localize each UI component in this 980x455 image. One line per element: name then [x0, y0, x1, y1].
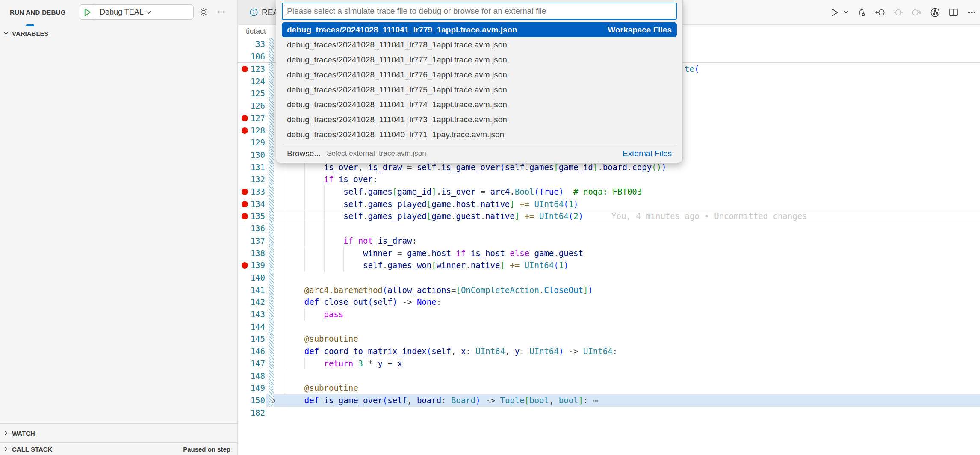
modified-lines-gutter: [269, 321, 274, 333]
line-number[interactable]: 106: [238, 50, 265, 63]
line-number[interactable]: 125: [238, 87, 265, 100]
quickpick-item-label: debug_traces/20241028_111041_lr774_1appl…: [287, 100, 507, 109]
start-debug-button[interactable]: [79, 5, 95, 19]
quickpick-input[interactable]: [282, 3, 677, 20]
quickpick-item[interactable]: debug_traces/20241028_111041_lr776_1appl…: [282, 67, 677, 82]
line-number[interactable]: 147: [238, 358, 265, 370]
sidebar-title: RUN AND DEBUG: [10, 9, 66, 16]
line-number[interactable]: 135: [238, 210, 265, 222]
call-stack-status: Paused on step: [183, 446, 230, 453]
code-line-135[interactable]: 135 self.games_played[game.guest.native]…: [238, 210, 980, 222]
modified-lines-gutter: [269, 370, 274, 382]
modified-lines-gutter: [269, 186, 274, 198]
line-number[interactable]: 124: [238, 75, 265, 88]
run-icon[interactable]: [829, 7, 840, 18]
code-line-140[interactable]: 140: [238, 272, 980, 284]
gear-icon[interactable]: [198, 6, 209, 18]
code-text: pass: [285, 308, 343, 321]
line-number[interactable]: 128: [238, 124, 265, 137]
line-number[interactable]: 182: [238, 407, 265, 419]
rerun-loop-icon[interactable]: [856, 7, 867, 18]
fold-chevron-icon[interactable]: ›: [272, 394, 275, 407]
code-line-146[interactable]: 146 def coord_to_matrix_index(self, x: U…: [238, 345, 980, 358]
debug-config-label: Debug TEAL via AlgoKi: [100, 8, 145, 17]
line-number[interactable]: 130: [238, 149, 265, 161]
line-number[interactable]: 141: [238, 284, 265, 296]
code-line-145[interactable]: 145 @subroutine: [238, 333, 980, 345]
quickpick-item[interactable]: debug_traces/20241028_111041_lr779_1appl…: [282, 22, 677, 37]
line-number[interactable]: 140: [238, 272, 265, 284]
line-number[interactable]: 123: [238, 63, 265, 75]
variables-section-header[interactable]: VARIABLES: [0, 27, 237, 40]
line-number[interactable]: 133: [238, 186, 265, 198]
line-number[interactable]: 126: [238, 100, 265, 112]
line-number[interactable]: 145: [238, 333, 265, 345]
quickpick-list: debug_traces/20241028_111041_lr779_1appl…: [282, 22, 677, 142]
call-stack-section-header[interactable]: CALL STACK Paused on step: [0, 442, 237, 455]
line-number[interactable]: 138: [238, 247, 265, 260]
code-line-144[interactable]: 144: [238, 321, 980, 333]
quickpick-browse-item[interactable]: Browse... Select external .trace.avm.jso…: [282, 146, 677, 161]
line-number[interactable]: 143: [238, 308, 265, 321]
indent-guide: [324, 222, 325, 235]
modified-lines-gutter: [269, 259, 274, 272]
code-line-137[interactable]: 137 if not is_draw:: [238, 235, 980, 247]
breadcrumb-item[interactable]: tictact: [246, 27, 266, 36]
code-line-138[interactable]: 138 winner = game.host if is_host else g…: [238, 247, 980, 260]
quickpick-item[interactable]: debug_traces/20241028_111041_lr777_1appl…: [282, 52, 677, 67]
line-number[interactable]: 33: [238, 38, 265, 50]
line-number[interactable]: 146: [238, 345, 265, 358]
code-text: self.games[game_id].is_over = arc4.Bool(…: [285, 186, 642, 198]
trace-graph-icon[interactable]: [930, 7, 941, 18]
quickpick-item-label: debug_traces/20241028_111041_lr778_1appl…: [287, 40, 507, 50]
quickpick-item[interactable]: debug_traces/20241028_111041_lr775_1appl…: [282, 82, 677, 97]
modified-lines-gutter: [269, 308, 274, 321]
line-number[interactable]: 139: [238, 259, 265, 272]
code-line-149[interactable]: 149 @subroutine: [238, 382, 980, 394]
quickpick-separator: [283, 145, 676, 145]
line-number[interactable]: 127: [238, 112, 265, 124]
more-actions-icon[interactable]: [966, 7, 977, 18]
code-text: self.games_played[game.guest.native] += …: [285, 210, 583, 222]
code-line-133[interactable]: 133 self.games[game_id].is_over = arc4.B…: [238, 186, 980, 198]
modified-lines-gutter: [269, 247, 274, 260]
quickpick-item[interactable]: debug_traces/20241028_111041_lr778_1appl…: [282, 37, 677, 52]
line-number[interactable]: 150: [238, 394, 265, 407]
run-dropdown-chevron-icon[interactable]: [843, 7, 849, 18]
code-line-142[interactable]: 142 def close_out(self) -> None:: [238, 296, 980, 308]
quickpick-item[interactable]: debug_traces/20241028_111040_lr771_1pay.…: [282, 127, 677, 142]
quickpick-item[interactable]: debug_traces/20241028_111041_lr773_1appl…: [282, 112, 677, 127]
line-number[interactable]: 131: [238, 161, 265, 174]
line-number[interactable]: 132: [238, 173, 265, 186]
code-line-147[interactable]: 147 return 3 * y + x: [238, 358, 980, 370]
step-back-icon[interactable]: [874, 7, 886, 18]
split-editor-icon[interactable]: [948, 7, 959, 18]
line-number[interactable]: 129: [238, 136, 265, 149]
code-line-139[interactable]: 139 self.games_won[winner.native] += UIn…: [238, 259, 980, 272]
watch-section-header[interactable]: WATCH: [0, 423, 237, 443]
quickpick-item-label: debug_traces/20241028_111041_lr777_1appl…: [287, 55, 507, 65]
code-line-182[interactable]: 182: [238, 407, 980, 419]
code-line-143[interactable]: 143 pass: [238, 308, 980, 321]
debug-launch-control[interactable]: Debug TEAL via AlgoKi: [79, 4, 194, 20]
line-number[interactable]: 144: [238, 321, 265, 333]
line-number[interactable]: 134: [238, 198, 265, 210]
watch-section-label: WATCH: [12, 430, 35, 437]
code-line-148[interactable]: 148: [238, 370, 980, 382]
code-line-136[interactable]: 136: [238, 222, 980, 235]
workspace-files-badge: Workspace Files: [608, 25, 672, 35]
debug-config-select[interactable]: Debug TEAL via AlgoKi: [95, 8, 193, 17]
line-number[interactable]: 148: [238, 370, 265, 382]
modified-lines-gutter: [269, 50, 274, 63]
line-number[interactable]: 149: [238, 382, 265, 394]
more-actions-icon[interactable]: [215, 6, 227, 18]
code-line-134[interactable]: 134 self.games_played[game.host.native] …: [238, 198, 980, 210]
code-text: def close_out(self) -> None:: [285, 296, 441, 308]
code-line-141[interactable]: 141 @arc4.baremethod(allow_actions=[OnCo…: [238, 284, 980, 296]
quickpick-item[interactable]: debug_traces/20241028_111041_lr774_1appl…: [282, 97, 677, 112]
line-number[interactable]: 137: [238, 235, 265, 247]
code-line-132[interactable]: 132 if is_over:: [238, 173, 980, 186]
line-number[interactable]: 136: [238, 222, 265, 235]
line-number[interactable]: 142: [238, 296, 265, 308]
code-line-150[interactable]: 150› def is_game_over(self, board: Board…: [238, 394, 980, 407]
